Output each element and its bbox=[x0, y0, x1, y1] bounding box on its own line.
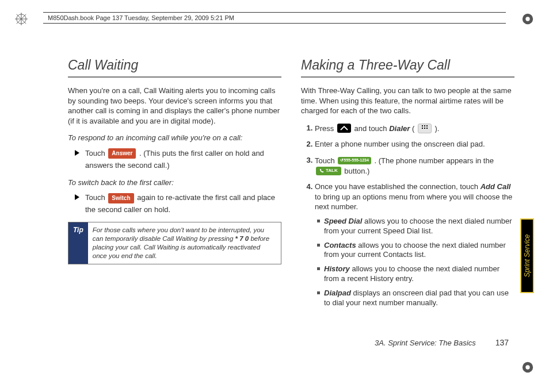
crop-mark-icon bbox=[521, 13, 534, 25]
dialer-label: Dialer bbox=[389, 124, 410, 132]
section-title-three-way: Making a Three-Way Call bbox=[301, 57, 514, 73]
step-3: Touch ↺ 555-555-1234 . (The phone number… bbox=[315, 155, 514, 176]
header-text: M850Dash.book Page 137 Tuesday, Septembe… bbox=[48, 14, 234, 21]
options-list: Speed Dial allows you to choose the next… bbox=[317, 217, 514, 308]
svg-point-6 bbox=[525, 17, 529, 21]
three-way-intro: With Three-Way Calling, you can talk to … bbox=[301, 86, 514, 116]
step-text: Once you have established the connection… bbox=[315, 182, 481, 191]
crop-mark-icon bbox=[15, 13, 28, 25]
step-text: to bring up an options menu from where y… bbox=[315, 193, 512, 212]
talk-label: TALK bbox=[326, 168, 338, 174]
option-contacts: Contacts allows you to choose the next d… bbox=[317, 241, 514, 260]
svg-rect-11 bbox=[426, 125, 428, 126]
call-waiting-intro: When you're on a call, Call Waiting aler… bbox=[68, 86, 281, 126]
step-text: Touch bbox=[315, 156, 337, 164]
tip-text: For those calls where you don't want to … bbox=[88, 222, 281, 264]
home-key-icon bbox=[337, 124, 351, 133]
svg-rect-10 bbox=[424, 125, 425, 126]
steps-list: Press and touch Dialer ( ). Enter a phon… bbox=[304, 123, 514, 308]
step-1: Press and touch Dialer ( ). bbox=[315, 123, 514, 133]
step-text: ). bbox=[435, 124, 440, 132]
add-call-label: Add Call bbox=[481, 182, 511, 191]
bullet-answer: Touch Answer . (This puts the first call… bbox=[75, 148, 281, 172]
triangle-bullet-icon bbox=[75, 194, 79, 200]
tip-box: Tip For those calls where you don't want… bbox=[68, 222, 281, 264]
svg-rect-12 bbox=[422, 128, 423, 129]
step-text: Press bbox=[315, 124, 336, 132]
dialer-icon bbox=[418, 124, 432, 133]
svg-rect-14 bbox=[426, 128, 428, 129]
tip-code: * 7 0 bbox=[235, 235, 249, 242]
switch-button: Switch bbox=[108, 193, 134, 203]
option-label: Contacts bbox=[324, 241, 356, 249]
option-dialpad: Dialpad displays an onscreen dial pad th… bbox=[317, 289, 514, 308]
bullet-switch: Touch Switch again to re-activate the fi… bbox=[75, 192, 281, 216]
step-4: Once you have established the connection… bbox=[315, 182, 514, 308]
tip-label: Tip bbox=[68, 222, 88, 264]
triangle-bullet-icon bbox=[75, 150, 79, 156]
footer-page-number: 137 bbox=[495, 338, 509, 347]
option-text: allows you to choose the next dialed num… bbox=[324, 264, 500, 283]
step-text: ( bbox=[412, 124, 417, 132]
option-label: Dialpad bbox=[324, 289, 351, 297]
step-text: . (The phone number appears in the bbox=[375, 156, 494, 164]
section-title-call-waiting: Call Waiting bbox=[68, 57, 281, 73]
svg-rect-9 bbox=[422, 125, 423, 126]
talk-button: TALK bbox=[316, 167, 341, 175]
page-content: Call Waiting When you're on a call, Call… bbox=[68, 57, 514, 314]
option-label: History bbox=[324, 264, 350, 273]
step-text: and touch bbox=[354, 124, 389, 132]
svg-rect-13 bbox=[424, 128, 425, 129]
bullet-text: Touch bbox=[85, 193, 107, 202]
option-history: History allows you to choose the next di… bbox=[317, 264, 514, 284]
bullet-text: Touch bbox=[85, 149, 107, 157]
section-rule bbox=[68, 76, 281, 78]
option-text: displays an onscreen dial pad that you c… bbox=[324, 289, 509, 307]
left-column: Call Waiting When you're on a call, Call… bbox=[68, 57, 281, 314]
crop-mark-icon bbox=[521, 361, 534, 374]
side-tab-label: Sprint Service bbox=[523, 235, 531, 278]
side-tab: Sprint Service bbox=[520, 218, 534, 293]
option-label: Speed Dial bbox=[324, 217, 362, 225]
section-rule bbox=[301, 76, 514, 78]
subhead-switch: To switch back to the first caller: bbox=[68, 178, 281, 188]
subhead-respond: To respond to an incoming call while you… bbox=[68, 133, 281, 143]
answer-button: Answer bbox=[108, 148, 136, 159]
footer-section: 3A. Sprint Service: The Basics bbox=[375, 339, 476, 347]
step-2: Enter a phone number using the onscreen … bbox=[315, 139, 514, 149]
dial-number-button: ↺ 555-555-1234 bbox=[338, 157, 371, 164]
svg-point-8 bbox=[525, 365, 529, 369]
step-text: button.) bbox=[344, 167, 369, 175]
right-column: Making a Three-Way Call With Three-Way C… bbox=[301, 57, 514, 314]
option-speed-dial: Speed Dial allows you to choose the next… bbox=[317, 217, 514, 236]
sample-number: 555-555-1234 bbox=[344, 157, 369, 163]
page-footer: 3A. Sprint Service: The Basics 137 bbox=[375, 338, 509, 347]
framemaker-header: M850Dash.book Page 137 Tuesday, Septembe… bbox=[43, 12, 506, 24]
